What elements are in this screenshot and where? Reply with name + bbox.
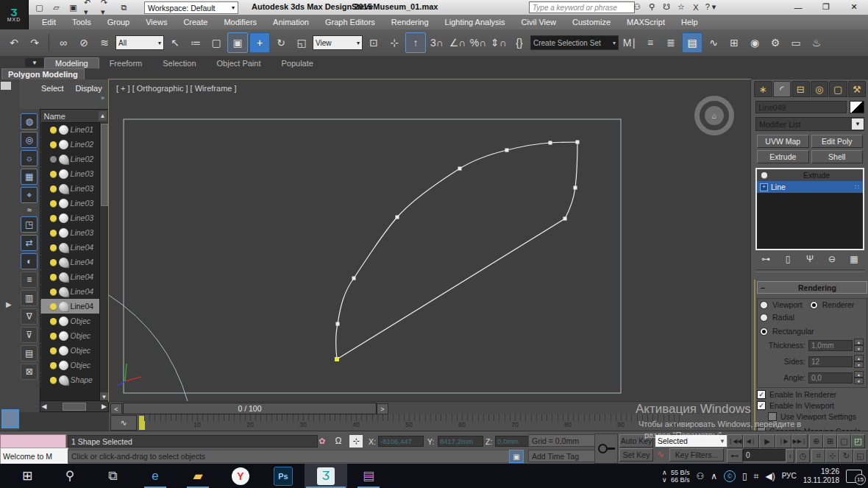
- field-value[interactable]: 1,0mm: [808, 340, 853, 351]
- object-color-swatch[interactable]: [850, 101, 864, 113]
- menu-item[interactable]: Group: [99, 15, 138, 29]
- bind-to-space-warp-icon[interactable]: ≋ ▾: [95, 33, 114, 52]
- list-item[interactable]: Objec: [40, 343, 100, 358]
- y-coordinate-field[interactable]: 8417,2mm: [438, 436, 483, 447]
- spline-vertex[interactable]: [352, 277, 356, 280]
- select-by-name-icon[interactable]: ≔ ▾: [186, 33, 205, 52]
- start-button[interactable]: ⊞: [6, 464, 49, 488]
- snap-toggle-icon[interactable]: 3∩ ▾: [427, 33, 447, 52]
- display-materials-icon[interactable]: ◐: [21, 253, 38, 269]
- rectangle-spline[interactable]: [124, 119, 621, 393]
- menu-item[interactable]: Views: [138, 15, 175, 29]
- close-button[interactable]: ✕: [840, 0, 868, 14]
- menu-item[interactable]: Graph Editors: [317, 15, 383, 29]
- battery-icon[interactable]: ▯: [742, 471, 747, 481]
- list-item[interactable]: Shape: [40, 372, 100, 387]
- minimize-button[interactable]: —: [784, 0, 812, 14]
- select-and-rotate-icon[interactable]: ↻ ▾: [271, 33, 291, 52]
- spline-vertex[interactable]: [574, 186, 577, 190]
- edit-named-selection-sets-icon[interactable]: {} ▾: [510, 33, 529, 52]
- expand-icon[interactable]: +: [760, 183, 768, 191]
- search-binoculars-icon[interactable]: ⚇: [631, 1, 643, 13]
- explorer-overflow-button[interactable]: »: [19, 94, 109, 102]
- menu-item[interactable]: Lighting Analysis: [437, 15, 513, 29]
- ribbon-tab[interactable]: Populate: [271, 58, 323, 68]
- filter-icon[interactable]: ∇: [21, 308, 38, 325]
- redo-icon[interactable]: ↷ ▾: [25, 33, 44, 52]
- spline-vertex[interactable]: [336, 322, 340, 326]
- selection-set-key-dropdown[interactable]: Selected ▼: [655, 434, 728, 448]
- explorer-menu-select[interactable]: Select: [37, 84, 68, 93]
- visibility-bulb-icon[interactable]: [50, 362, 57, 369]
- list-item[interactable]: Objec: [40, 328, 100, 343]
- select-and-scale-icon[interactable]: ◱ ▾: [292, 33, 311, 52]
- spinner-down-icon[interactable]: ▼: [854, 345, 864, 352]
- mini-curve-editor-button[interactable]: ∿: [110, 415, 137, 431]
- list-item[interactable]: Line04: [40, 299, 100, 314]
- photoshop-icon[interactable]: Ps: [262, 464, 305, 488]
- checkbox[interactable]: [768, 412, 777, 421]
- spinner[interactable]: ▲▼: [854, 339, 864, 352]
- visibility-bulb-icon[interactable]: [50, 333, 57, 339]
- polygon-modeling-panel[interactable]: Polygon Modeling: [1, 68, 85, 80]
- display-cameras-icon[interactable]: ▦: [21, 169, 38, 185]
- visibility-bulb-icon[interactable]: [50, 244, 57, 251]
- material-editor-icon[interactable]: ◉ ▾: [745, 33, 764, 52]
- next-frame-arrow[interactable]: >: [377, 403, 388, 414]
- select-and-move-icon[interactable]: + ▾: [249, 32, 270, 53]
- list-item[interactable]: Line01: [40, 122, 100, 137]
- clock[interactable]: 19:26 13.11.2018: [803, 467, 839, 485]
- show-end-result-icon[interactable]: ▯: [780, 253, 795, 265]
- list-item[interactable]: Objec: [40, 358, 100, 372]
- named-selection-sets-dropdown[interactable]: Create Selection Set ▾: [530, 33, 619, 52]
- selection-brackets-icon[interactable]: ⌗: [811, 449, 825, 463]
- arc-spline[interactable]: [109, 295, 188, 401]
- slate-material-editor-icon[interactable]: ▤ ▾: [682, 32, 702, 53]
- absolute-offset-toggle-icon[interactable]: ⊹: [349, 434, 363, 448]
- zoom-extents-icon[interactable]: ▢: [837, 434, 851, 448]
- viewport-canvas[interactable]: [109, 79, 750, 401]
- list-item[interactable]: Line03: [40, 166, 100, 181]
- x-coordinate-field[interactable]: -8106,447: [378, 436, 424, 447]
- tab-display[interactable]: ▢: [829, 81, 847, 97]
- list-item[interactable]: Objec: [40, 314, 100, 328]
- viewport-layout-button[interactable]: [1, 409, 19, 428]
- render-production-icon[interactable]: ♨ ▾: [807, 33, 826, 52]
- stack-item-extrude[interactable]: Extrude: [757, 169, 863, 181]
- current-frame-field[interactable]: 0: [743, 449, 789, 461]
- language-indicator[interactable]: РУС: [782, 472, 797, 480]
- vertical-scrollbar[interactable]: [99, 122, 108, 401]
- spinner[interactable]: ▲▼: [854, 371, 864, 384]
- selection-filter-dropdown[interactable]: All ▾: [115, 33, 164, 52]
- object-name-field[interactable]: Line049: [755, 101, 847, 113]
- spinner[interactable]: ▲▼: [854, 355, 864, 368]
- list-item[interactable]: Line03: [40, 196, 100, 211]
- winrar-icon[interactable]: ▤: [347, 464, 390, 488]
- curve-editor-icon[interactable]: ∿ ▾: [704, 33, 723, 52]
- scroll-left-icon[interactable]: ◀: [42, 403, 47, 410]
- menu-item[interactable]: Create: [175, 15, 216, 29]
- menu-item[interactable]: Animation: [265, 15, 317, 29]
- zoom-icon[interactable]: ⊕: [809, 434, 823, 448]
- select-and-manipulate-icon[interactable]: ⊹ ▾: [385, 33, 404, 52]
- project-folder-icon[interactable]: ⧉: [117, 1, 131, 14]
- spinner-down-icon[interactable]: ▼: [854, 361, 864, 368]
- set-keys-button[interactable]: [594, 434, 618, 464]
- scrollbar-thumb[interactable]: [63, 403, 86, 411]
- visibility-bulb-icon[interactable]: [50, 377, 57, 383]
- selected-line-spline[interactable]: [336, 142, 577, 359]
- exchange-apps-icon[interactable]: Χ: [690, 1, 702, 13]
- search-input[interactable]: Type a keyword or phrase: [529, 1, 635, 13]
- visibility-bulb-icon[interactable]: [50, 156, 57, 163]
- task-view-button[interactable]: ⧉: [91, 464, 134, 488]
- maxscript-mini-listener[interactable]: Welcome to M: [0, 448, 68, 464]
- stack-item-line[interactable]: + Line ∷: [757, 181, 863, 193]
- tab-motion[interactable]: ◎: [811, 81, 829, 97]
- edge-icon[interactable]: e: [134, 464, 177, 488]
- list-item[interactable]: Line02: [40, 152, 100, 166]
- people-icon[interactable]: ⚇: [696, 471, 704, 481]
- modifier-button[interactable]: UVW Map: [757, 135, 809, 148]
- ribbon-tab[interactable]: Selection: [152, 58, 206, 68]
- time-slider-handle[interactable]: 0 / 100: [123, 403, 377, 414]
- add-time-tag-field[interactable]: Add Time Tag: [528, 450, 599, 462]
